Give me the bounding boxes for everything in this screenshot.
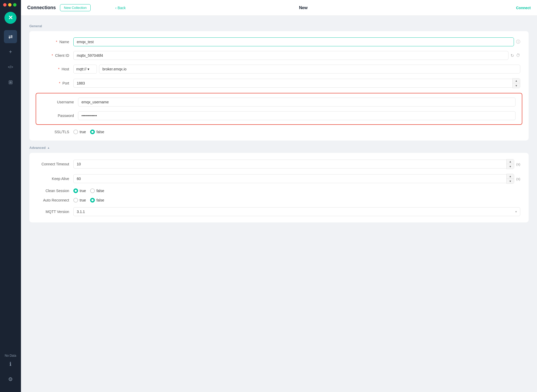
clean-session-radio-group: true false: [73, 188, 104, 193]
keep-alive-label: Keep Alive: [38, 177, 69, 181]
new-collection-button[interactable]: New Collection: [60, 4, 91, 11]
logo-icon: ✕: [8, 14, 13, 21]
refresh-icon[interactable]: ↻: [511, 53, 514, 58]
name-row: * Name ⓘ: [38, 37, 520, 46]
connect-timeout-row: Connect Timeout ▲ ▼ (s): [38, 159, 520, 169]
clean-session-false-label: false: [96, 189, 104, 193]
keep-alive-decrement[interactable]: ▼: [507, 179, 514, 183]
clean-session-true-label: true: [80, 189, 86, 193]
protocol-value: mqtt://: [76, 67, 86, 71]
traffic-lights: [0, 3, 17, 7]
maximize-button[interactable]: [13, 3, 17, 7]
connect-timeout-increment[interactable]: ▲: [507, 159, 514, 164]
topbar: Connections New Collection ‹ Back New Co…: [21, 0, 537, 16]
client-id-input[interactable]: [73, 51, 508, 60]
auto-reconnect-true-radio[interactable]: [73, 198, 78, 203]
mqtt-version-select[interactable]: 3.1.1 ▾: [73, 207, 520, 216]
port-input[interactable]: [73, 79, 512, 88]
port-row: * Port ▲ ▼: [38, 78, 520, 88]
port-increment[interactable]: ▲: [513, 79, 520, 83]
connect-timeout-input-wrapper: ▲ ▼ (s): [73, 159, 520, 169]
client-id-label: * Client ID: [38, 53, 69, 58]
host-row: * Host mqtt:// ▾: [38, 65, 520, 74]
auto-reconnect-label: Auto Reconnect: [38, 198, 69, 202]
main-content: Connections New Collection ‹ Back New Co…: [21, 0, 537, 392]
ssl-true-radio[interactable]: [73, 130, 78, 134]
close-button[interactable]: [3, 3, 7, 7]
connect-timeout-unit: (s): [516, 162, 520, 166]
password-input[interactable]: [78, 111, 516, 120]
client-id-row: * Client ID ↻ ⏱: [38, 51, 520, 60]
keep-alive-input[interactable]: [73, 174, 506, 183]
page-title: New: [299, 5, 308, 10]
host-required: *: [58, 67, 59, 71]
connect-timeout-decrement[interactable]: ▼: [507, 164, 514, 169]
port-spinner: ▲ ▼: [512, 78, 520, 88]
host-label: * Host: [38, 67, 69, 71]
name-required: *: [56, 40, 57, 44]
keep-alive-spinner-wrapper: ▲ ▼: [73, 174, 514, 184]
ssl-tls-label: SSL/TLS: [38, 130, 69, 134]
connect-timeout-input[interactable]: [73, 160, 506, 169]
ssl-false-label: false: [96, 130, 104, 134]
sidebar-item-connections[interactable]: ⇄: [4, 30, 17, 43]
connect-timeout-spinner-wrapper: ▲ ▼: [73, 159, 514, 169]
keep-alive-unit: (s): [516, 177, 520, 181]
code-icon: </>: [8, 65, 13, 69]
keep-alive-increment[interactable]: ▲: [507, 174, 514, 179]
connect-timeout-label: Connect Timeout: [38, 162, 69, 166]
clean-session-true-radio[interactable]: [73, 188, 78, 193]
sidebar-item-settings[interactable]: ⚙: [4, 373, 17, 386]
keep-alive-row: Keep Alive ▲ ▼ (s): [38, 174, 520, 184]
keep-alive-input-wrapper: ▲ ▼ (s): [73, 174, 520, 184]
connections-title: Connections: [27, 5, 56, 10]
auto-reconnect-false-label: false: [96, 198, 104, 202]
username-label: Username: [42, 100, 74, 104]
connect-timeout-spinner: ▲ ▼: [506, 159, 514, 169]
keep-alive-spinner: ▲ ▼: [506, 174, 514, 184]
name-input[interactable]: [73, 37, 514, 46]
clean-session-true-option[interactable]: true: [73, 188, 86, 193]
ssl-false-option[interactable]: false: [90, 130, 104, 134]
connections-icon: ⇄: [8, 33, 13, 40]
info-icon: ℹ: [9, 361, 12, 367]
ssl-radio-group: true false: [73, 130, 104, 134]
auto-reconnect-false-option[interactable]: false: [90, 198, 104, 203]
auto-reconnect-true-option[interactable]: true: [73, 198, 86, 203]
name-input-wrapper: ⓘ: [73, 37, 520, 46]
host-protocol-select[interactable]: mqtt:// ▾: [73, 65, 97, 74]
port-input-wrapper: ▲ ▼: [73, 78, 520, 88]
connect-button[interactable]: Connect: [516, 6, 531, 10]
auto-reconnect-row: Auto Reconnect true false: [38, 198, 520, 203]
port-decrement[interactable]: ▼: [513, 83, 520, 88]
sidebar-item-info[interactable]: ℹ: [4, 357, 17, 371]
clean-session-false-radio[interactable]: [90, 188, 95, 193]
protocol-chevron-icon: ▾: [87, 67, 89, 71]
sidebar-item-code[interactable]: </>: [4, 60, 17, 74]
mqtt-version-label: MQTT Version: [38, 210, 69, 214]
host-input[interactable]: [99, 65, 520, 74]
ssl-false-radio[interactable]: [90, 130, 95, 134]
minimize-button[interactable]: [8, 3, 12, 7]
back-chevron-icon: ‹: [115, 6, 117, 10]
sidebar-item-table[interactable]: ⊞: [4, 76, 17, 89]
username-input[interactable]: [78, 98, 516, 107]
clock-icon[interactable]: ⏱: [516, 53, 520, 58]
mqtt-version-chevron-icon: ▾: [515, 210, 517, 214]
mqtt-version-row: MQTT Version 3.1.1 ▾: [38, 207, 520, 216]
auto-reconnect-false-radio[interactable]: [90, 198, 95, 203]
sidebar-item-add[interactable]: +: [4, 45, 17, 58]
ssl-true-option[interactable]: true: [73, 130, 86, 134]
advanced-card: Connect Timeout ▲ ▼ (s) Keep Alive: [29, 153, 529, 222]
client-id-required: *: [52, 53, 53, 58]
clean-session-false-option[interactable]: false: [90, 188, 104, 193]
general-section-label: General: [29, 24, 529, 28]
auto-reconnect-radio-group: true false: [73, 198, 104, 203]
clean-session-label: Clean Session: [38, 189, 69, 193]
back-button[interactable]: ‹ Back: [115, 6, 126, 10]
password-label: Password: [42, 114, 74, 118]
settings-icon: ⚙: [8, 376, 13, 382]
info-circle-icon[interactable]: ⓘ: [516, 39, 520, 45]
username-row: Username: [42, 98, 516, 107]
advanced-arrow-icon: ▲: [47, 146, 50, 149]
